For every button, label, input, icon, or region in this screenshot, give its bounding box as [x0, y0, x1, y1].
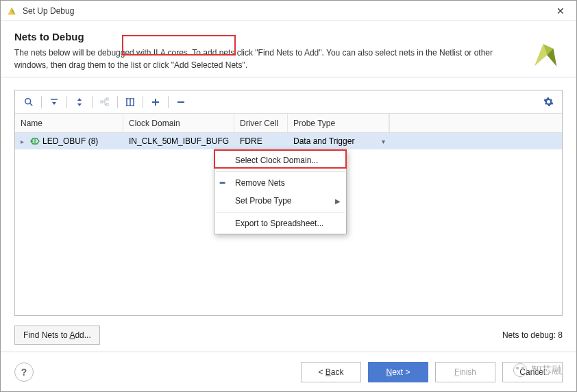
expand-all-icon[interactable]	[70, 93, 89, 112]
menu-divider	[216, 212, 345, 212]
menu-set-probe-type[interactable]: Set Probe Type ▶	[214, 192, 346, 210]
finish-button: Finish	[435, 362, 495, 382]
nets-grid: Name Clock Domain Driver Cell Probe Type…	[14, 90, 563, 316]
nets-to-debug-count: Nets to debug: 8	[502, 330, 563, 340]
remove-icon[interactable]	[171, 93, 191, 112]
toolbar-separator	[117, 96, 118, 108]
svg-point-0	[25, 98, 31, 103]
menu-divider	[216, 171, 345, 172]
tree-icon	[95, 93, 114, 112]
search-icon[interactable]	[19, 93, 38, 112]
find-nets-button[interactable]: Find Nets to Add...	[14, 326, 100, 345]
toolbar-separator	[143, 96, 143, 108]
expand-icon[interactable]: ▸	[21, 138, 27, 145]
toolbar-separator	[41, 96, 42, 108]
vivado-logo-icon	[530, 38, 561, 69]
menu-export-spreadsheet[interactable]: Export to Spreadsheet...	[214, 215, 346, 232]
svg-rect-4	[106, 98, 108, 100]
submenu-arrow-icon: ▶	[335, 197, 341, 205]
wizard-footer: ? < Back Next > Finish Cancel	[1, 352, 576, 391]
app-logo-icon	[6, 5, 17, 16]
content-area: Name Clock Domain Driver Cell Probe Type…	[1, 77, 576, 352]
title-bar: Set Up Debug ✕	[1, 1, 576, 21]
cell-probe-type[interactable]: Data and Trigger ▾	[288, 133, 389, 149]
svg-rect-5	[106, 103, 108, 106]
table-row[interactable]: ▸ LED_OBUF (8) IN_CLK_50M_IBUF_BUFG FDRE…	[15, 133, 562, 149]
grid-body: ▸ LED_OBUF (8) IN_CLK_50M_IBUF_BUFG FDRE…	[15, 133, 562, 315]
probe-type-value: Data and Trigger	[293, 136, 354, 146]
chevron-down-icon[interactable]: ▾	[382, 138, 385, 145]
menu-remove-nets[interactable]: ━ Remove Nets	[214, 174, 346, 192]
toolbar-separator	[92, 96, 93, 108]
cell-driver-cell: FDRE	[234, 133, 288, 149]
toolbar-separator	[168, 96, 169, 108]
cancel-button[interactable]: Cancel	[502, 362, 563, 382]
column-driver-cell[interactable]: Driver Cell	[234, 114, 288, 132]
minus-icon: ━	[220, 178, 230, 188]
window-title: Set Up Debug	[23, 6, 550, 16]
close-icon[interactable]: ✕	[550, 5, 571, 16]
columns-icon[interactable]	[121, 93, 140, 112]
column-name[interactable]: Name	[15, 114, 123, 132]
toolbar-separator	[66, 96, 67, 108]
help-button[interactable]: ?	[14, 363, 34, 382]
column-clock-domain[interactable]: Clock Domain	[123, 114, 234, 132]
back-button[interactable]: < Back	[301, 362, 361, 382]
svg-line-1	[30, 103, 33, 106]
menu-select-clock-domain[interactable]: Select Clock Domain...	[214, 151, 346, 169]
cell-clock-domain[interactable]: IN_CLK_50M_IBUF_BUFG	[123, 133, 234, 149]
wizard-header: Nets to Debug The nets below will be deb…	[1, 21, 576, 77]
gear-icon[interactable]	[539, 93, 558, 112]
below-grid-bar: Find Nets to Add... Nets to debug: 8	[14, 326, 563, 345]
context-menu: Select Clock Domain... ━ Remove Nets Set…	[214, 149, 347, 234]
next-button[interactable]: Next >	[368, 362, 428, 382]
grid-headers: Name Clock Domain Driver Cell Probe Type	[15, 114, 562, 133]
grid-toolbar	[15, 90, 562, 114]
net-name: LED_OBUF (8)	[42, 136, 98, 146]
column-probe-type[interactable]: Probe Type	[288, 114, 389, 132]
cell-name[interactable]: ▸ LED_OBUF (8)	[15, 133, 123, 149]
net-bus-icon	[30, 137, 40, 145]
add-icon[interactable]	[146, 93, 165, 112]
svg-rect-3	[101, 101, 103, 103]
page-description: The nets below will be debugged with ILA…	[14, 47, 508, 71]
page-title: Nets to Debug	[14, 31, 563, 42]
collapse-all-icon[interactable]	[45, 93, 64, 112]
